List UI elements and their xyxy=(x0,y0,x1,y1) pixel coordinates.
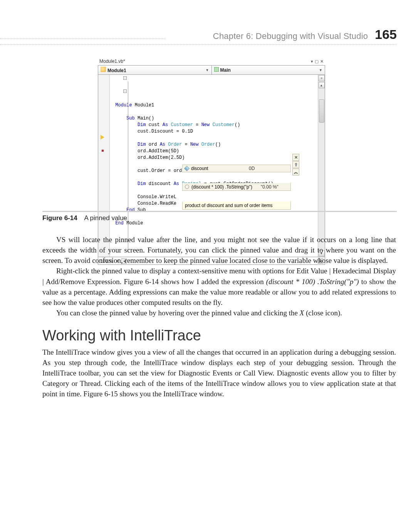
unpin-icon[interactable]: ⇧ xyxy=(292,161,299,168)
tab-maximize-icon[interactable]: ▢ xyxy=(315,59,319,64)
text-run: (close icon). xyxy=(304,309,342,317)
editor-gutter: ◆ xyxy=(98,75,110,257)
paragraph: The IntelliTrace window gives you a view… xyxy=(42,347,396,399)
figure-number: Figure 6-14 xyxy=(42,214,77,222)
execution-pointer-icon xyxy=(101,135,104,140)
navigation-bar: Module1 ▼ Main ▼ xyxy=(98,65,325,75)
datatip-buttons: ✕ ⇧ ︽ xyxy=(292,154,299,175)
split-handle-icon[interactable]: ≡ xyxy=(319,75,325,81)
refresh-icon[interactable] xyxy=(185,185,189,189)
module-icon xyxy=(101,67,106,72)
member-label: Main xyxy=(220,67,231,73)
code-editor[interactable]: ◆ - - Module Module1 Sub Main() Dim cust… xyxy=(98,75,325,257)
scroll-up-icon[interactable]: ▴ xyxy=(319,82,325,88)
datatip-comment: product of discount and sum of order ite… xyxy=(182,202,291,210)
page-number: 165 xyxy=(375,27,397,42)
fold-toggle[interactable]: - xyxy=(123,76,127,80)
close-icon[interactable]: ✕ xyxy=(292,154,299,161)
paragraph: Right-click the pinned value to display … xyxy=(42,266,396,308)
document-tab: Module1.vb* ▾ ▢ ✕ xyxy=(98,58,325,65)
datatip-row[interactable]: discount 0D xyxy=(182,165,291,172)
inline-emphasis: X xyxy=(300,309,304,317)
method-icon xyxy=(214,67,219,72)
pinned-datatip[interactable]: discount 0D (discount * 100) .ToString("… xyxy=(182,154,291,226)
scope-combo[interactable]: Module1 ▼ xyxy=(98,66,212,74)
outline-guide xyxy=(128,81,128,252)
datatip-value: 0D xyxy=(249,166,289,171)
datatip-name: discount xyxy=(191,166,249,171)
datatip-row[interactable]: (discount * 100) .ToString("p") "0.00 %" xyxy=(182,183,291,191)
tracepoint-icon: ◆ xyxy=(101,148,106,153)
vs-screenshot: Module1.vb* ▾ ▢ ✕ Module1 ▼ Main ▼ ◆ - -… xyxy=(98,58,325,265)
scope-label: Module1 xyxy=(107,68,126,73)
fold-toggle[interactable]: - xyxy=(123,89,127,93)
field-icon xyxy=(184,166,190,171)
section-heading: Working with IntelliTrace xyxy=(42,325,396,346)
chevron-down-icon: ▼ xyxy=(206,68,209,72)
text-run: You can close the pinned value by hoveri… xyxy=(56,309,300,317)
figure-rule xyxy=(42,211,397,212)
tab-dropdown-icon[interactable]: ▾ xyxy=(311,59,313,64)
tab-close-icon[interactable]: ✕ xyxy=(320,59,324,64)
datatip-value: "0.00 %" xyxy=(261,184,289,190)
page-header: Chapter 6: Debugging with Visual Studio … xyxy=(0,27,397,45)
paragraph: VS will locate the pinned value after th… xyxy=(42,234,396,266)
datatip-expression: (discount * 100) .ToString("p") xyxy=(191,184,261,190)
tab-title[interactable]: Module1.vb* xyxy=(99,59,125,64)
body-text: VS will locate the pinned value after th… xyxy=(42,234,396,399)
chevron-down-icon: ▼ xyxy=(319,68,322,72)
vertical-scrollbar[interactable]: ≡ ▴ ▾ xyxy=(318,75,325,257)
paragraph: You can close the pinned value by hoveri… xyxy=(42,308,396,318)
figure-title: A pinned value xyxy=(84,214,127,222)
figure-caption: Figure 6-14 A pinned value xyxy=(42,214,127,222)
collapse-icon[interactable]: ︽ xyxy=(292,168,299,175)
code-area[interactable]: - - Module Module1 Sub Main() Dim cust A… xyxy=(110,75,318,257)
chapter-label: Chapter 6: Debugging with Visual Studio xyxy=(213,31,368,41)
member-combo[interactable]: Main ▼ xyxy=(212,66,325,74)
scroll-thumb[interactable] xyxy=(319,99,324,123)
inline-code: (discount * 100) .ToString("p") xyxy=(266,278,359,286)
